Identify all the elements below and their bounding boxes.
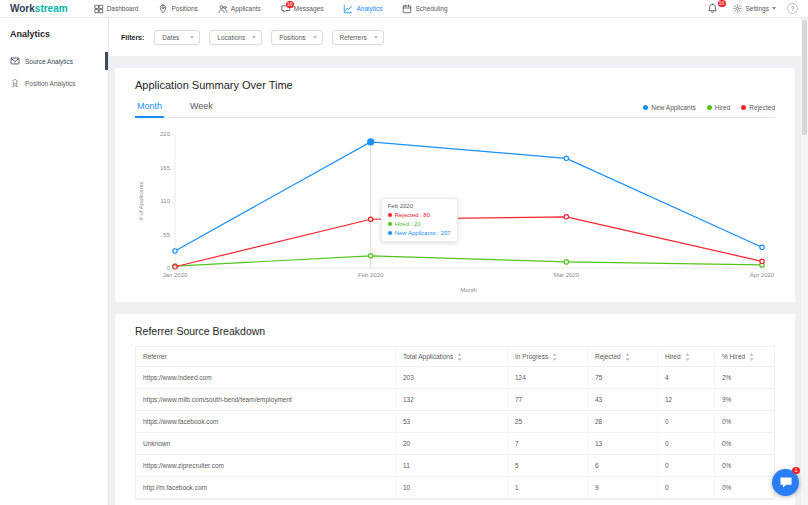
column-header-label: In Progress (515, 353, 548, 360)
filter-select-value: Positions (279, 34, 305, 41)
column-header-label: Referrer (143, 353, 167, 360)
referrer-table: ReferrerTotal ApplicationsIn ProgressRej… (135, 346, 775, 500)
table-row: Unknown2071300% (136, 433, 774, 455)
svg-text:55: 55 (163, 232, 170, 238)
svg-text:Feb 2020: Feb 2020 (358, 272, 384, 278)
svg-text:Jan 2020: Jan 2020 (163, 272, 188, 278)
workstream-logo[interactable]: Workstream (10, 3, 68, 14)
value-cell: 203 (396, 367, 508, 388)
legend-label: New Applicants (651, 104, 695, 111)
value-cell: 20 (396, 433, 508, 454)
filters-label: Filters: (121, 34, 144, 41)
chart-legend: New ApplicantsHiredRejected (643, 104, 775, 117)
column-header-label: Total Applications (403, 353, 453, 360)
value-cell: 124 (508, 367, 588, 388)
svg-text:220: 220 (160, 131, 171, 137)
settings-menu[interactable]: Settings (732, 3, 777, 14)
sidebar-title: Analytics (0, 29, 108, 50)
nav-item-label: Positions (171, 5, 197, 12)
column-header-total-applications[interactable]: Total Applications (396, 347, 508, 366)
table-header-row: ReferrerTotal ApplicationsIn ProgressRej… (136, 347, 774, 367)
filter-select-dates[interactable]: Dates (154, 30, 200, 45)
tab-week[interactable]: Week (188, 97, 215, 117)
nav-item-applicants[interactable]: Applicants (208, 0, 271, 17)
value-cell: 6 (588, 455, 658, 476)
column-header-hired[interactable]: Hired (658, 347, 715, 366)
chart-tabs: MonthWeek (135, 97, 215, 117)
table-row: https://www.indeed.com2031247542% (136, 367, 774, 389)
referrer-cell: https://www.ziprecruiter.com (136, 455, 396, 476)
table-body: https://www.indeed.com2031247542%https:/… (136, 367, 774, 499)
position-analytics-icon (10, 78, 20, 88)
analytics-icon (343, 4, 353, 14)
chat-widget-button[interactable]: 1 (772, 469, 799, 496)
nav-item-messages[interactable]: Messages16 (271, 0, 334, 17)
chat-bubble-icon (779, 476, 793, 489)
legend-label: Hired (715, 104, 731, 111)
notification-badge: 16 (718, 0, 726, 7)
nav-item-label: Dashboard (107, 5, 139, 12)
filter-select-value: Locations (217, 34, 245, 41)
main-nav: DashboardPositionsApplicantsMessages16An… (84, 0, 458, 17)
value-cell: 77 (508, 389, 588, 410)
filter-select-positions[interactable]: Positions (271, 30, 322, 45)
column-header-label: % Hired (722, 353, 745, 360)
value-cell: 25 (508, 411, 588, 432)
chevron-down-icon (190, 36, 194, 39)
legend-item-hired[interactable]: Hired (707, 104, 731, 111)
legend-dot (643, 105, 648, 110)
nav-item-scheduling[interactable]: Scheduling (392, 0, 457, 17)
scrollbar[interactable] (801, 18, 808, 505)
legend-item-rejected[interactable]: Rejected (741, 104, 775, 111)
nav-item-positions[interactable]: Positions (148, 0, 207, 17)
filter-select-locations[interactable]: Locations (209, 30, 262, 45)
legend-label: Rejected (749, 104, 775, 111)
table-row: http://m.facebook.com101900% (136, 477, 774, 499)
sidebar-item-label: Position Analytics (25, 80, 76, 87)
column-header-rejected[interactable]: Rejected (588, 347, 658, 366)
table-title: Referrer Source Breakdown (135, 325, 775, 337)
value-cell: 13 (588, 433, 658, 454)
chevron-down-icon (772, 7, 776, 10)
value-cell: 9 (588, 477, 658, 498)
logo-part-2: stream (35, 3, 68, 14)
scheduling-icon (402, 4, 412, 14)
nav-item-label: Analytics (356, 5, 382, 12)
svg-text:Month: Month (460, 287, 477, 293)
svg-text:# of Applicants: # of Applicants (138, 181, 144, 220)
chart-canvas: 055110165220Jan 2020Feb 2020Mar 2020Apr … (135, 124, 774, 294)
sort-icon (625, 353, 630, 361)
table-row: https://www.ziprecruiter.com115600% (136, 455, 774, 477)
legend-item-new-applicants[interactable]: New Applicants (643, 104, 695, 111)
column-header-label: Hired (665, 353, 681, 360)
source-analytics-icon (10, 56, 20, 66)
nav-item-dashboard[interactable]: Dashboard (84, 0, 149, 17)
legend-dot (741, 105, 746, 110)
filter-bar: Filters: DatesLocationsPositionsReferrer… (109, 18, 808, 56)
value-cell: 2% (715, 367, 774, 388)
sidebar-item-source-analytics[interactable]: Source Analytics (0, 50, 108, 72)
filter-select-referrers[interactable]: Referrers (332, 30, 384, 45)
sort-icon (457, 353, 462, 361)
column-header--hired[interactable]: % Hired (715, 347, 774, 366)
messages-badge: 16 (286, 1, 294, 8)
column-header-in-progress[interactable]: In Progress (508, 347, 588, 366)
sort-icon (552, 353, 557, 361)
scrollbar-thumb[interactable] (802, 20, 807, 135)
referrer-cell: https://www.indeed.com (136, 367, 396, 388)
value-cell: 10 (396, 477, 508, 498)
help-button[interactable]: ? (787, 3, 798, 14)
gear-icon (732, 3, 743, 14)
value-cell: 0% (715, 411, 774, 432)
notifications-button[interactable]: 16 (707, 3, 721, 14)
top-navbar: Workstream DashboardPositionsApplicantsM… (0, 0, 808, 18)
tab-month[interactable]: Month (135, 97, 164, 117)
chevron-down-icon (374, 36, 378, 39)
value-cell: 0% (715, 477, 774, 498)
svg-text:Mar 2020: Mar 2020 (554, 272, 580, 278)
positions-icon (158, 4, 168, 14)
question-icon: ? (791, 5, 795, 12)
sidebar-item-position-analytics[interactable]: Position Analytics (0, 72, 108, 94)
nav-item-analytics[interactable]: Analytics (333, 0, 392, 17)
sort-icon (685, 353, 690, 361)
